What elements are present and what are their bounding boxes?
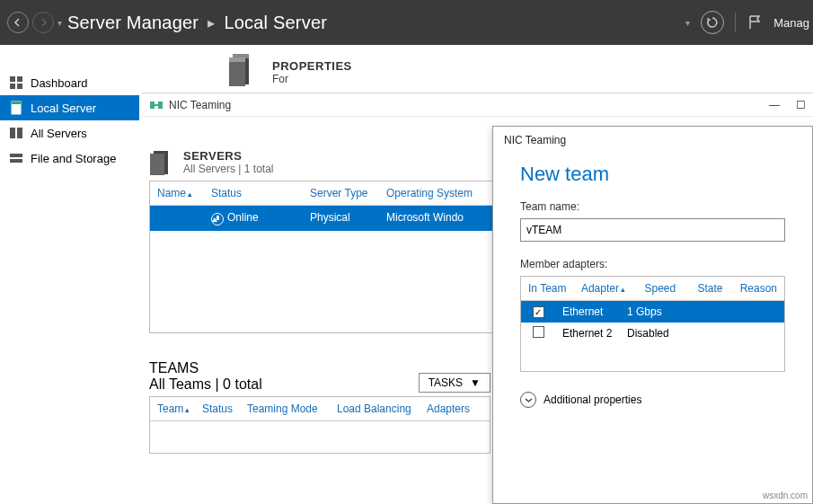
cell-adapter: Ethernet	[555, 303, 620, 321]
column-server-type[interactable]: Server Type	[303, 181, 379, 205]
nic-icon	[149, 99, 163, 111]
teams-grid-header: Team▴ Status Teaming Mode Load Balancing…	[150, 397, 490, 421]
cell-state	[674, 309, 717, 314]
nic-titlebar: NIC Teaming — ☐	[142, 93, 813, 117]
refresh-dropdown-icon[interactable]: ▾	[685, 18, 690, 28]
dialog-heading: New team	[493, 146, 812, 200]
sidebar-item-label: Dashboard	[31, 76, 88, 90]
manage-menu[interactable]: Manag	[773, 16, 809, 30]
column-adapters[interactable]: Adapters	[420, 397, 490, 420]
sidebar-item-label: Local Server	[31, 102, 96, 115]
column-state[interactable]: State	[690, 277, 732, 300]
member-adapters-label: Member adapters:	[520, 258, 785, 270]
cell-status: Online	[204, 206, 303, 231]
minimize-button[interactable]: —	[769, 99, 780, 111]
separator	[735, 13, 736, 32]
svg-rect-7	[17, 128, 22, 138]
history-dropdown[interactable]: ▾	[57, 18, 62, 28]
maximize-button[interactable]: ☐	[796, 99, 806, 111]
servers-subtitle: All Servers | 1 total	[183, 163, 274, 175]
cell-speed: Disabled	[620, 324, 674, 342]
checkbox-checked-icon	[533, 306, 544, 318]
forward-button[interactable]	[32, 12, 54, 33]
properties-header: PROPERTIES For	[139, 45, 813, 99]
server-icon	[9, 101, 23, 115]
team-name-input[interactable]	[520, 218, 785, 242]
additional-properties-label: Additional properties	[543, 393, 641, 406]
adapter-checkbox[interactable]	[521, 303, 555, 322]
svg-rect-1	[17, 76, 22, 82]
svg-rect-2	[10, 84, 15, 89]
teams-title: TEAMS	[149, 360, 262, 376]
cell-type: Physical	[303, 206, 379, 231]
teams-panel: TEAMS All Teams | 0 total TASKS ▼ Team▴ …	[149, 360, 490, 454]
sidebar-item-all-servers[interactable]: All Servers	[0, 120, 139, 146]
svg-rect-3	[17, 84, 22, 89]
column-status[interactable]: Status	[204, 181, 303, 205]
chevron-down-icon: ▼	[470, 376, 481, 389]
svg-rect-13	[229, 57, 245, 62]
teams-grid: Team▴ Status Teaming Mode Load Balancing…	[149, 396, 490, 454]
left-nav: Dashboard Local Server All Servers File …	[0, 45, 139, 504]
sidebar-item-dashboard[interactable]: Dashboard	[0, 70, 139, 95]
checkbox-unchecked-icon	[533, 326, 544, 338]
properties-title: PROPERTIES	[272, 59, 352, 73]
sidebar-item-label: File and Storage	[31, 152, 116, 165]
svg-rect-14	[150, 102, 155, 109]
dialog-window-title: NIC Teaming	[493, 127, 812, 146]
cell-adapter: Ethernet 2	[555, 324, 620, 342]
dashboard-icon	[9, 75, 23, 90]
team-name-label: Team name:	[520, 200, 785, 213]
servers-icon	[9, 126, 23, 140]
arrow-left-icon	[13, 17, 23, 28]
teams-subtitle: All Teams | 0 total	[149, 376, 262, 393]
svg-rect-17	[150, 154, 164, 175]
column-in-team[interactable]: In Team	[521, 277, 574, 300]
breadcrumb-root[interactable]: Server Manager	[67, 13, 199, 33]
servers-panel-icon	[149, 150, 174, 175]
cell-reason	[717, 309, 784, 314]
column-adapter[interactable]: Adapter▴	[574, 277, 638, 300]
new-team-dialog: NIC Teaming New team Team name: Member a…	[492, 126, 813, 504]
tasks-label: TASKS	[429, 376, 463, 389]
column-reason[interactable]: Reason	[733, 277, 784, 300]
storage-icon	[9, 151, 23, 165]
column-name[interactable]: Name▴	[150, 181, 204, 205]
tasks-dropdown[interactable]: TASKS ▼	[419, 373, 490, 393]
back-button[interactable]	[7, 12, 29, 33]
watermark: wsxdn.com	[763, 491, 808, 500]
servers-title: SERVERS	[183, 149, 274, 163]
properties-sub: For	[272, 73, 352, 85]
adapter-row[interactable]: Ethernet 2 Disabled	[521, 323, 784, 344]
svg-rect-0	[10, 76, 15, 82]
column-load-balancing[interactable]: Load Balancing	[330, 397, 420, 420]
adapter-checkbox[interactable]	[521, 323, 555, 343]
refresh-button[interactable]	[701, 11, 724, 34]
flag-icon[interactable]	[747, 14, 763, 31]
svg-rect-15	[158, 102, 163, 109]
chevron-down-circle-icon	[520, 392, 536, 408]
nic-window-title: NIC Teaming	[169, 99, 231, 111]
sidebar-item-local-server[interactable]: Local Server	[0, 95, 139, 120]
column-speed[interactable]: Speed	[638, 277, 691, 300]
breadcrumb: Server Manager ▸ Local Server	[67, 13, 327, 33]
server-tower-icon	[229, 52, 256, 86]
column-teaming-mode[interactable]: Teaming Mode	[240, 397, 330, 420]
online-icon	[211, 213, 224, 225]
cell-speed: 1 Gbps	[620, 303, 674, 321]
cell-state	[674, 331, 717, 336]
cell-name	[150, 206, 204, 231]
column-team[interactable]: Team▴	[150, 397, 195, 420]
svg-rect-6	[10, 128, 15, 138]
arrow-right-icon	[38, 17, 49, 28]
breadcrumb-current[interactable]: Local Server	[224, 13, 327, 33]
adapter-row[interactable]: Ethernet 1 Gbps	[521, 301, 784, 323]
sidebar-item-label: All Servers	[31, 127, 87, 140]
additional-properties-toggle[interactable]: Additional properties	[520, 392, 785, 408]
cell-reason	[717, 331, 784, 336]
adapters-grid-header: In Team Adapter▴ Speed State Reason	[521, 277, 784, 301]
top-bar: ▾ Server Manager ▸ Local Server ▾ Manag	[0, 0, 813, 45]
column-status[interactable]: Status	[195, 397, 240, 420]
sidebar-item-file-storage[interactable]: File and Storage	[0, 146, 139, 171]
adapters-grid: In Team Adapter▴ Speed State Reason Ethe…	[520, 276, 785, 372]
